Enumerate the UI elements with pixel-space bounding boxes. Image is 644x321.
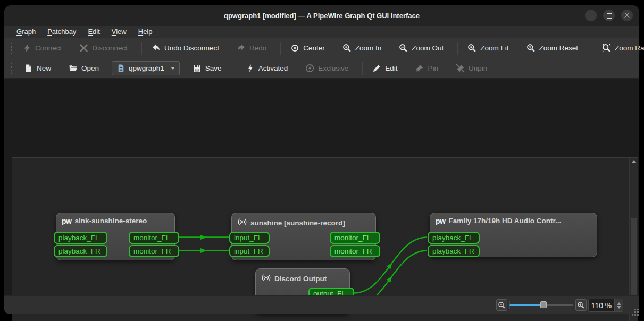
zoom-fit-icon — [467, 44, 476, 53]
connect-button[interactable]: Connect — [18, 41, 66, 55]
node-title: Family 17h/19h HD Audio Contr... — [448, 217, 561, 225]
toolbar-button-label: Edit — [385, 64, 397, 72]
undo-disconnect-button[interactable]: Undo Disconnect — [147, 41, 224, 55]
exclusive-button[interactable]: Exclusive — [300, 61, 353, 75]
zoom-slider-track[interactable] — [547, 304, 573, 306]
toolbar-button-label: New — [37, 64, 51, 72]
zoom-out-icon — [498, 301, 506, 309]
port-out-monitor-fl[interactable]: monitor_FL — [129, 232, 179, 244]
port-out-monitor-fr[interactable]: monitor_FR — [129, 245, 179, 257]
disconnect-icon — [79, 44, 88, 53]
edit-button[interactable]: Edit — [367, 61, 402, 75]
zoom-in-icon — [342, 44, 352, 53]
size-grip[interactable] — [634, 309, 636, 310]
node-sunshine[interactable]: sunshine [sunshine-record]input_FLinput_… — [231, 213, 376, 260]
node-family-hd-audio[interactable]: pwFamily 17h/19h HD Audio Contr...playba… — [430, 213, 597, 257]
unpin-icon — [456, 64, 465, 73]
port-in-playback-fl[interactable]: playback_FL — [54, 232, 107, 244]
toolbar-button-label: Center — [303, 44, 325, 52]
vertical-scroll-handle[interactable] — [631, 218, 637, 306]
toolbar-button-label: Disconnect — [92, 44, 128, 52]
zoom-spin-buttons[interactable] — [614, 299, 623, 311]
port-in-playback-fr[interactable]: playback_FR — [428, 245, 480, 257]
zoom-out-button[interactable] — [496, 299, 507, 311]
save-icon — [193, 64, 202, 73]
toolbar-main: ConnectDisconnectUndo DisconnectRedoCent… — [4, 38, 639, 58]
port-in-input-fl[interactable]: input_FL — [229, 232, 270, 244]
menu-graph[interactable]: Graph — [12, 26, 40, 37]
center-button[interactable]: Center — [286, 41, 330, 55]
node-sink-sunshine-stereo[interactable]: pwsink-sunshine-stereoplayback_FLplaybac… — [56, 213, 175, 260]
toolbar-button-label: qpwgraph1 — [129, 64, 164, 72]
zoom-reset-button[interactable]: Zoom Reset — [522, 41, 583, 55]
disconnect-button[interactable]: Disconnect — [74, 41, 132, 55]
connect-icon — [22, 44, 31, 53]
toolbar-file: NewOpenqpwgraph1SaveActivatedExclusiveEd… — [4, 58, 639, 79]
zoom-range-button[interactable]: Zoom Range — [597, 41, 644, 55]
toolbar-button-label: Unpin — [469, 64, 487, 72]
arrow-up-icon — [631, 160, 637, 163]
node-title: sink-sunshine-stereo — [74, 217, 147, 225]
minimize-button[interactable] — [585, 10, 597, 21]
patchbay-selector[interactable]: qpwgraph1 — [112, 61, 180, 75]
zoom-in-icon — [577, 301, 585, 309]
zoom-spinbox[interactable]: 110 % — [588, 299, 623, 312]
port-in-playback-fl[interactable]: playback_FL — [428, 232, 480, 244]
exclusive-icon — [305, 64, 314, 73]
app-window: qpwgraph1 [modified] — A PipeWire Graph … — [0, 0, 644, 321]
pin-button[interactable]: Pin — [410, 61, 443, 75]
pin-icon — [415, 64, 424, 73]
toolbar-drag-handle[interactable] — [11, 43, 12, 54]
zoom-range-icon — [602, 44, 611, 53]
toolbar-button-label: Undo Disconnect — [164, 44, 219, 52]
stream-icon — [237, 217, 247, 229]
menu-view[interactable]: View — [107, 26, 131, 37]
new-icon — [24, 64, 33, 73]
stream-icon — [261, 273, 271, 285]
titlebar[interactable]: qpwgraph1 [modified] — A PipeWire Graph … — [4, 5, 639, 26]
activated-button[interactable]: Activated — [241, 61, 293, 75]
undo-icon — [152, 44, 161, 53]
node-title: Discord Output — [274, 275, 327, 283]
toolbar-button-label: Zoom Reset — [539, 44, 579, 52]
open-button[interactable]: Open — [64, 61, 104, 75]
window-controls — [585, 10, 633, 21]
zoom-slider-handle[interactable] — [540, 301, 547, 308]
file-icon — [116, 64, 126, 73]
menu-patchbay[interactable]: Patchbay — [43, 26, 81, 37]
spin-up-icon — [617, 302, 621, 305]
close-icon — [624, 13, 630, 18]
toolbar-drag-handle[interactable] — [11, 63, 14, 74]
port-in-input-fr[interactable]: input_FR — [229, 245, 270, 257]
window-title: qpwgraph1 [modified] — A PipeWire Graph … — [224, 12, 420, 20]
toolbar-button-label: Pin — [428, 64, 438, 72]
new-button[interactable]: New — [19, 61, 56, 75]
zoom-in-button[interactable]: Zoom In — [338, 41, 387, 55]
redo-icon — [237, 44, 246, 53]
toolbar-separator — [141, 42, 142, 55]
port-out-monitor-fr[interactable]: monitor_FR — [330, 245, 380, 257]
scroll-up-button[interactable] — [630, 158, 638, 165]
node-header: pwFamily 17h/19h HD Audio Contr... — [430, 213, 597, 225]
save-button[interactable]: Save — [188, 61, 227, 75]
toolbar-button-label: Zoom In — [355, 44, 382, 52]
redo-button[interactable]: Redo — [232, 41, 271, 55]
toolbar-separator — [592, 42, 592, 55]
node-header: pwsink-sunshine-stereo — [56, 213, 174, 225]
pipewire-icon: pw — [62, 217, 71, 225]
menu-edit[interactable]: Edit — [83, 26, 104, 37]
zoom-out-button[interactable]: Zoom Out — [394, 41, 448, 55]
unpin-button[interactable]: Unpin — [451, 61, 492, 75]
port-out-monitor-fl[interactable]: monitor_FL — [330, 232, 380, 244]
toolbar-button-label: Connect — [35, 44, 62, 52]
menu-help[interactable]: Help — [133, 26, 157, 37]
close-button[interactable] — [621, 10, 633, 21]
zoom-fit-button[interactable]: Zoom Fit — [463, 41, 513, 55]
central-area: pwsink-sunshine-stereoplayback_FLplaybac… — [4, 79, 639, 295]
zoom-in-button[interactable] — [575, 299, 587, 311]
toolbar-separator — [457, 42, 458, 55]
zoom-slider-filled[interactable] — [509, 304, 541, 306]
maximize-button[interactable] — [603, 10, 615, 21]
port-in-playback-fr[interactable]: playback_FR — [54, 245, 107, 257]
pipewire-icon: pw — [436, 217, 445, 225]
